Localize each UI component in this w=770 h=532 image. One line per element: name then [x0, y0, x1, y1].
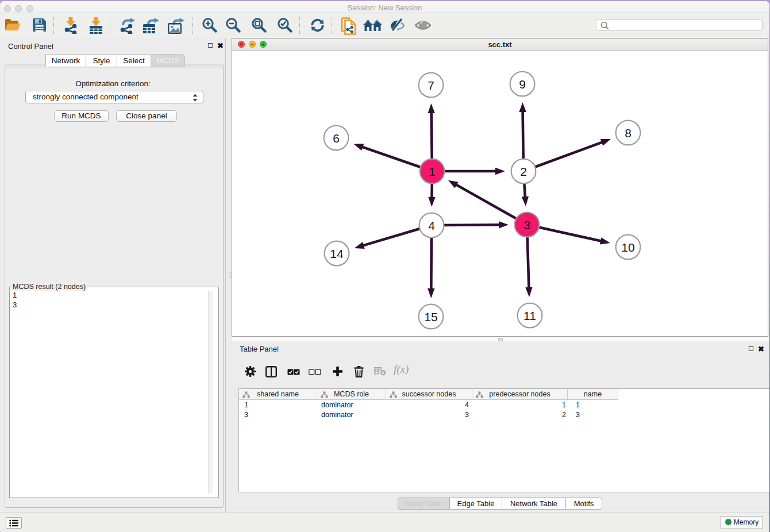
- svg-text:9: 9: [519, 78, 526, 91]
- svg-text:3: 3: [523, 218, 530, 232]
- svg-text:4: 4: [428, 219, 435, 232]
- svg-text:14: 14: [330, 247, 344, 260]
- svg-text:1: 1: [429, 165, 436, 178]
- svg-text:7: 7: [428, 79, 434, 92]
- svg-text:10: 10: [621, 241, 634, 254]
- svg-text:2: 2: [520, 165, 527, 178]
- svg-text:8: 8: [625, 126, 632, 140]
- svg-text:11: 11: [523, 309, 536, 322]
- svg-text:15: 15: [424, 310, 437, 323]
- svg-text:6: 6: [333, 132, 340, 145]
